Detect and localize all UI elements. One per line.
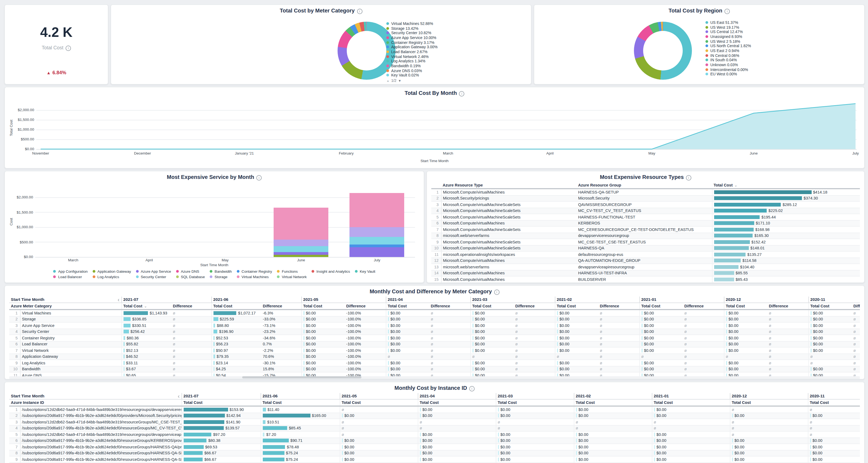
col-header-total-cost[interactable]: Total Cost	[418, 399, 496, 406]
legend-item[interactable]: App Configuration	[53, 269, 88, 273]
table-row[interactable]: 13microsoft.web/serverfarmsdevappservice…	[431, 264, 860, 270]
table-row[interactable]: 3Microsoft.Compute/virtualMachineScaleSe…	[431, 201, 860, 208]
col-header-total-cost[interactable]: Total Cost	[340, 399, 418, 406]
col-header-difference[interactable]: Difference	[171, 303, 211, 310]
legend-page-down-icon[interactable]	[398, 79, 401, 82]
month-header[interactable]: 2021-05	[340, 393, 418, 399]
table-row[interactable]: 2Storage$336.85ø$225.59-33.0%$0.00-100.0…	[9, 316, 860, 322]
table-row[interactable]: 3/subscriptions/12d2db62-5aa9-471d-84bb-…	[9, 419, 860, 425]
legend-item[interactable]: Application Gateway 3.00%	[386, 45, 528, 49]
table-row[interactable]: 15Microsoft.Compute/virtualMachinesBUILD…	[431, 276, 860, 283]
table-row[interactable]: 4Security Center$256.42ø$196.90-23.2%$0.…	[9, 328, 860, 335]
table-row[interactable]: 1/subscriptions/12d2db62-5aa9-471d-84bb-…	[9, 406, 860, 412]
month-header[interactable]: 2021-04	[418, 393, 496, 399]
col-header-total-cost[interactable]: Total Cost	[211, 303, 261, 310]
info-icon[interactable]	[256, 175, 262, 180]
legend-item[interactable]: Security Center 10.82%	[386, 31, 528, 35]
col-header-total-cost[interactable]: Total Cost	[470, 303, 514, 310]
col-header-total-cost[interactable]: Total Cost	[712, 182, 860, 189]
col-header-resource-group[interactable]: Azure Resource Group	[577, 182, 712, 189]
legend-item[interactable]: Unknown 0.03%	[706, 62, 860, 67]
table-row[interactable]: 10Microsoft.Compute/virtualMachineScaleS…	[431, 245, 860, 251]
col-header-difference[interactable]: Difference	[514, 303, 555, 310]
month-header[interactable]: 2020-11	[808, 296, 860, 303]
legend-item[interactable]: Azure DNS	[176, 269, 205, 273]
table-row[interactable]: 4Microsoft.Compute/virtualMachineScaleSe…	[431, 208, 860, 214]
chevron-left-icon[interactable]	[178, 393, 180, 399]
stacked-bar[interactable]	[350, 193, 404, 257]
scrollbar-thumb[interactable]	[242, 376, 362, 378]
table-row[interactable]: 11microsoft.operationalinsights/workspac…	[431, 251, 860, 258]
col-header-total-cost[interactable]: Total Cost	[808, 399, 860, 406]
legend-item[interactable]: Virtual Network 2.46%	[386, 54, 528, 59]
legend-item[interactable]: Bandwidth	[210, 269, 232, 273]
table-row[interactable]: 9Log Analytics$33.11ø$23.14-30.1%$0.00-1…	[9, 360, 860, 366]
stacked-bar-plot[interactable]	[35, 185, 415, 257]
table-row[interactable]: 8microsoft.web/serverfarmsdevappservicer…	[431, 233, 860, 239]
col-header-total-cost[interactable]: Total Cost	[730, 399, 808, 406]
legend-item[interactable]: Azure DNS 0.03%	[386, 68, 528, 73]
month-header[interactable]: 2021-02	[555, 296, 639, 303]
bar-segment-virtual-machines[interactable]	[350, 193, 404, 227]
col-header-total-cost[interactable]: Total Cost	[574, 399, 652, 406]
table-row[interactable]: 7Virtual Network$52.13ø$50.97-2.2%$0.00-…	[9, 347, 860, 353]
info-icon[interactable]	[459, 91, 464, 96]
month-header[interactable]: 2021-01	[652, 393, 730, 399]
legend-item[interactable]: IN South 0.04%	[706, 58, 860, 62]
bar-segment-security-center[interactable]	[350, 237, 404, 245]
table-row[interactable]: 2Microsoft.Security/pricingsMicrosoft.Se…	[431, 195, 860, 201]
col-header-difference[interactable]: Difference	[683, 303, 724, 310]
info-icon[interactable]	[494, 290, 500, 295]
table-row[interactable]: 8/subscriptions/20d6a917-99fa-4b1b-9b2e-…	[9, 450, 860, 456]
legend-item[interactable]: Bandwidth 0.19%	[386, 63, 528, 68]
donut-chart[interactable]	[634, 22, 692, 80]
legend-item[interactable]: Virtual Machines 52.88%	[386, 21, 528, 26]
col-header-total-cost[interactable]: Total Cost	[496, 399, 574, 406]
chevron-left-icon[interactable]	[118, 297, 120, 302]
col-header-total-cost[interactable]: Total Cost	[386, 303, 429, 310]
month-header[interactable]: 2021-05	[301, 296, 386, 303]
bar-segment-storage[interactable]	[274, 239, 328, 246]
table-row[interactable]: 10Bandwidth$3.67ø$4.2515.8%$0.00-100.0%$…	[9, 366, 860, 372]
col-header-difference[interactable]: Difference	[261, 303, 301, 310]
col-header-total-cost[interactable]: Total Cost	[555, 303, 598, 310]
legend-item[interactable]: Intercontinental 0.00%	[706, 67, 860, 72]
legend-item[interactable]: Functions 0.00%	[386, 78, 528, 78]
table-row[interactable]: 12Key Vault$0.08ø$0.64691.0%$0.00-100.0%…	[9, 378, 860, 379]
table-row[interactable]: 6Microsoft.Compute/virtualMachinesKERBER…	[431, 220, 860, 226]
table-row[interactable]: 12Microsoft.Compute/virtualMachinesQA-AU…	[431, 258, 860, 264]
col-header-total-cost[interactable]: Total Cost	[121, 303, 171, 310]
legend-item[interactable]: Azure App Service	[136, 269, 171, 273]
month-header[interactable]: 2021-04	[386, 296, 470, 303]
legend-item[interactable]: US Central 12.47%	[706, 30, 860, 34]
legend-item[interactable]: Storage	[210, 274, 232, 279]
table-row[interactable]: 7/subscriptions/20d6a917-99fa-4b1b-9b2e-…	[9, 444, 860, 450]
legend-item[interactable]: Virtual Machines	[237, 274, 272, 279]
table-row[interactable]: 8Application Gateway$46.52ø$79.3570.6%$0…	[9, 353, 860, 360]
legend-item[interactable]: Load Balancer	[53, 274, 88, 279]
table-row[interactable]: 5/subscriptions/12d2db62-5aa9-471d-84bb-…	[9, 431, 860, 437]
legend-item[interactable]: Log Analytics 1.34%	[386, 59, 528, 63]
legend-item[interactable]: US West 2 5.18%	[706, 39, 860, 44]
table-row[interactable]: 3Azure App Service$330.51ø$88.80-73.1%$0…	[9, 322, 860, 328]
col-header-resource-type[interactable]: Azure Resource Type	[441, 182, 577, 189]
table-row[interactable]: 7Microsoft.Compute/virtualMachineScaleSe…	[431, 226, 860, 233]
legend-item[interactable]: US West 19.17%	[706, 25, 860, 29]
legend-item[interactable]: Application Gateway	[93, 269, 131, 273]
stacked-bar[interactable]	[274, 207, 328, 257]
table-row[interactable]: 1Microsoft.Compute/virtualMachinesHARNES…	[431, 189, 860, 195]
info-icon[interactable]	[66, 46, 71, 51]
info-icon[interactable]	[357, 9, 362, 14]
legend-item[interactable]: Key Vault 0.02%	[386, 73, 528, 78]
col-header-total-cost[interactable]: Total Cost	[260, 399, 340, 406]
info-icon[interactable]	[686, 175, 691, 180]
legend-item[interactable]: Storage 13.42%	[386, 26, 528, 30]
col-header-difference[interactable]: Difference	[767, 303, 808, 310]
horizontal-scrollbar[interactable]	[9, 376, 860, 378]
month-header[interactable]: 2020-11	[808, 393, 860, 399]
month-header[interactable]: 2020-12	[730, 393, 808, 399]
table-row[interactable]: 4/subscriptions/20d6a917-99fa-4b1b-9b2e-…	[9, 425, 860, 431]
month-header[interactable]: 2020-12	[724, 296, 808, 303]
table-row[interactable]: 14Microsoft.Compute/virtualMachinesHARNE…	[431, 270, 860, 276]
bar-segment-security-center[interactable]	[274, 246, 328, 252]
